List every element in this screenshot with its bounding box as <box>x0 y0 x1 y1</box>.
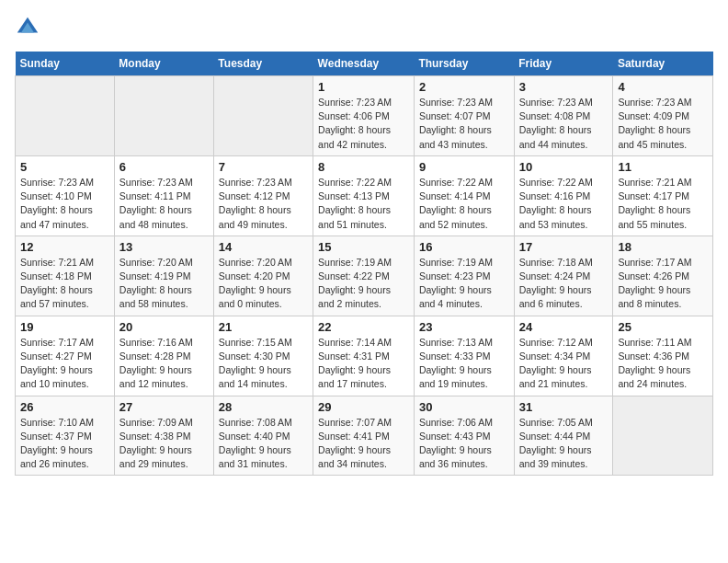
day-number: 30 <box>419 400 509 414</box>
header-cell-thursday: Thursday <box>414 52 514 76</box>
header-cell-monday: Monday <box>114 52 213 76</box>
day-number: 3 <box>519 80 609 94</box>
day-number: 7 <box>219 160 308 174</box>
day-number: 10 <box>519 160 609 174</box>
day-cell: 20Sunrise: 7:16 AMSunset: 4:28 PMDayligh… <box>114 316 213 396</box>
day-number: 11 <box>618 160 708 174</box>
day-info: Sunrise: 7:11 AMSunset: 4:36 PMDaylight:… <box>618 336 708 392</box>
week-row-3: 12Sunrise: 7:21 AMSunset: 4:18 PMDayligh… <box>16 236 713 316</box>
day-info: Sunrise: 7:21 AMSunset: 4:18 PMDaylight:… <box>20 256 109 312</box>
day-number: 23 <box>419 320 509 334</box>
day-info: Sunrise: 7:23 AMSunset: 4:09 PMDaylight:… <box>618 96 708 152</box>
day-number: 9 <box>419 160 509 174</box>
day-info: Sunrise: 7:19 AMSunset: 4:23 PMDaylight:… <box>419 256 509 312</box>
day-cell: 13Sunrise: 7:20 AMSunset: 4:19 PMDayligh… <box>114 236 213 316</box>
logo <box>15 15 46 40</box>
day-info: Sunrise: 7:23 AMSunset: 4:08 PMDaylight:… <box>519 96 609 152</box>
day-info: Sunrise: 7:06 AMSunset: 4:43 PMDaylight:… <box>419 416 509 472</box>
day-number: 28 <box>219 400 308 414</box>
day-cell: 9Sunrise: 7:22 AMSunset: 4:14 PMDaylight… <box>414 155 514 236</box>
day-cell: 2Sunrise: 7:23 AMSunset: 4:07 PMDaylight… <box>414 76 514 156</box>
day-number: 4 <box>618 80 708 94</box>
header-cell-wednesday: Wednesday <box>313 52 415 76</box>
day-cell: 25Sunrise: 7:11 AMSunset: 4:36 PMDayligh… <box>613 316 713 396</box>
day-info: Sunrise: 7:20 AMSunset: 4:19 PMDaylight:… <box>119 256 209 312</box>
day-cell: 22Sunrise: 7:14 AMSunset: 4:31 PMDayligh… <box>313 316 415 396</box>
header-row: SundayMondayTuesdayWednesdayThursdayFrid… <box>16 52 713 76</box>
day-cell: 28Sunrise: 7:08 AMSunset: 4:40 PMDayligh… <box>213 396 313 476</box>
day-info: Sunrise: 7:21 AMSunset: 4:17 PMDaylight:… <box>618 176 708 232</box>
day-info: Sunrise: 7:23 AMSunset: 4:12 PMDaylight:… <box>219 176 308 232</box>
day-info: Sunrise: 7:08 AMSunset: 4:40 PMDaylight:… <box>219 416 308 472</box>
day-info: Sunrise: 7:12 AMSunset: 4:34 PMDaylight:… <box>519 336 609 392</box>
day-info: Sunrise: 7:13 AMSunset: 4:33 PMDaylight:… <box>419 336 509 392</box>
day-info: Sunrise: 7:16 AMSunset: 4:28 PMDaylight:… <box>119 336 209 392</box>
day-cell: 15Sunrise: 7:19 AMSunset: 4:22 PMDayligh… <box>313 236 415 316</box>
day-cell: 24Sunrise: 7:12 AMSunset: 4:34 PMDayligh… <box>514 316 613 396</box>
day-info: Sunrise: 7:23 AMSunset: 4:06 PMDaylight:… <box>318 96 409 152</box>
day-number: 29 <box>318 400 409 414</box>
day-cell: 16Sunrise: 7:19 AMSunset: 4:23 PMDayligh… <box>414 236 514 316</box>
header-cell-sunday: Sunday <box>16 52 115 76</box>
day-info: Sunrise: 7:15 AMSunset: 4:30 PMDaylight:… <box>219 336 308 392</box>
day-info: Sunrise: 7:07 AMSunset: 4:41 PMDaylight:… <box>318 416 409 472</box>
day-number: 16 <box>419 240 509 254</box>
day-number: 21 <box>219 320 308 334</box>
day-number: 5 <box>20 160 109 174</box>
day-info: Sunrise: 7:17 AMSunset: 4:27 PMDaylight:… <box>20 336 109 392</box>
day-cell: 21Sunrise: 7:15 AMSunset: 4:30 PMDayligh… <box>213 316 313 396</box>
day-info: Sunrise: 7:22 AMSunset: 4:13 PMDaylight:… <box>318 176 409 232</box>
day-cell: 26Sunrise: 7:10 AMSunset: 4:37 PMDayligh… <box>16 396 115 476</box>
day-info: Sunrise: 7:23 AMSunset: 4:11 PMDaylight:… <box>119 176 209 232</box>
day-cell: 12Sunrise: 7:21 AMSunset: 4:18 PMDayligh… <box>16 236 115 316</box>
day-cell: 5Sunrise: 7:23 AMSunset: 4:10 PMDaylight… <box>16 155 115 236</box>
day-info: Sunrise: 7:10 AMSunset: 4:37 PMDaylight:… <box>20 416 109 472</box>
day-info: Sunrise: 7:14 AMSunset: 4:31 PMDaylight:… <box>318 336 409 392</box>
header-cell-friday: Friday <box>514 52 613 76</box>
day-number: 17 <box>519 240 609 254</box>
day-info: Sunrise: 7:17 AMSunset: 4:26 PMDaylight:… <box>618 256 708 312</box>
day-number: 19 <box>20 320 109 334</box>
day-number: 22 <box>318 320 409 334</box>
day-cell: 7Sunrise: 7:23 AMSunset: 4:12 PMDaylight… <box>213 155 313 236</box>
day-cell: 8Sunrise: 7:22 AMSunset: 4:13 PMDaylight… <box>313 155 415 236</box>
week-row-1: 1Sunrise: 7:23 AMSunset: 4:06 PMDaylight… <box>16 76 713 156</box>
day-cell <box>213 76 313 156</box>
day-cell: 31Sunrise: 7:05 AMSunset: 4:44 PMDayligh… <box>514 396 613 476</box>
day-info: Sunrise: 7:22 AMSunset: 4:16 PMDaylight:… <box>519 176 609 232</box>
page-header <box>15 15 713 40</box>
header-cell-saturday: Saturday <box>613 52 713 76</box>
header-cell-tuesday: Tuesday <box>213 52 313 76</box>
day-cell: 1Sunrise: 7:23 AMSunset: 4:06 PMDaylight… <box>313 76 415 156</box>
day-info: Sunrise: 7:23 AMSunset: 4:10 PMDaylight:… <box>20 176 109 232</box>
day-cell: 29Sunrise: 7:07 AMSunset: 4:41 PMDayligh… <box>313 396 415 476</box>
day-cell: 30Sunrise: 7:06 AMSunset: 4:43 PMDayligh… <box>414 396 514 476</box>
day-number: 8 <box>318 160 409 174</box>
day-info: Sunrise: 7:05 AMSunset: 4:44 PMDaylight:… <box>519 416 609 472</box>
day-number: 20 <box>119 320 209 334</box>
day-number: 18 <box>618 240 708 254</box>
day-number: 6 <box>119 160 209 174</box>
day-cell: 17Sunrise: 7:18 AMSunset: 4:24 PMDayligh… <box>514 236 613 316</box>
day-number: 13 <box>119 240 209 254</box>
day-info: Sunrise: 7:18 AMSunset: 4:24 PMDaylight:… <box>519 256 609 312</box>
day-cell: 10Sunrise: 7:22 AMSunset: 4:16 PMDayligh… <box>514 155 613 236</box>
week-row-2: 5Sunrise: 7:23 AMSunset: 4:10 PMDaylight… <box>16 155 713 236</box>
day-cell: 11Sunrise: 7:21 AMSunset: 4:17 PMDayligh… <box>613 155 713 236</box>
logo-icon <box>15 15 40 40</box>
day-cell <box>114 76 213 156</box>
day-number: 24 <box>519 320 609 334</box>
day-number: 12 <box>20 240 109 254</box>
day-cell <box>613 396 713 476</box>
day-cell: 18Sunrise: 7:17 AMSunset: 4:26 PMDayligh… <box>613 236 713 316</box>
week-row-4: 19Sunrise: 7:17 AMSunset: 4:27 PMDayligh… <box>16 316 713 396</box>
day-number: 25 <box>618 320 708 334</box>
day-cell: 23Sunrise: 7:13 AMSunset: 4:33 PMDayligh… <box>414 316 514 396</box>
day-number: 2 <box>419 80 509 94</box>
day-cell: 3Sunrise: 7:23 AMSunset: 4:08 PMDaylight… <box>514 76 613 156</box>
day-cell: 14Sunrise: 7:20 AMSunset: 4:20 PMDayligh… <box>213 236 313 316</box>
day-number: 26 <box>20 400 109 414</box>
day-info: Sunrise: 7:19 AMSunset: 4:22 PMDaylight:… <box>318 256 409 312</box>
day-cell: 6Sunrise: 7:23 AMSunset: 4:11 PMDaylight… <box>114 155 213 236</box>
day-info: Sunrise: 7:22 AMSunset: 4:14 PMDaylight:… <box>419 176 509 232</box>
